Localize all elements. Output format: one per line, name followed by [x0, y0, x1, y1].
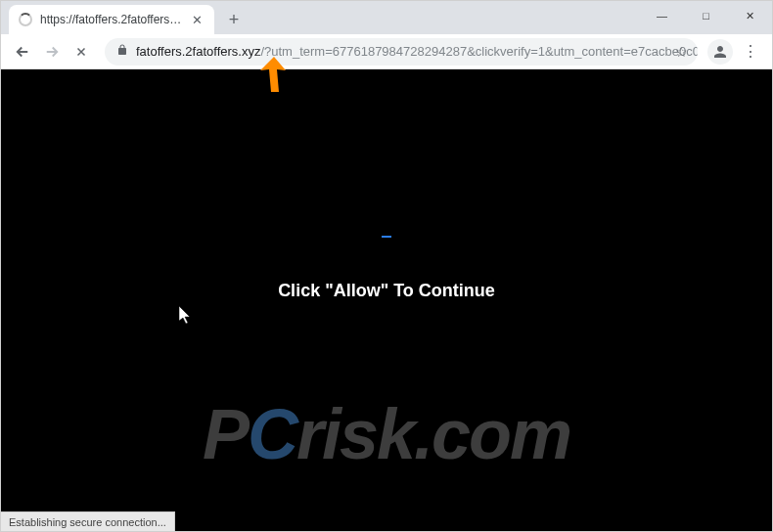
browser-tab[interactable]: https://fatoffers.2fatoffers.xyz/?u ✕ [9, 5, 214, 34]
watermark: PCrisk.com [203, 394, 570, 474]
menu-icon[interactable]: ⋮ [737, 38, 764, 66]
bookmark-star-icon[interactable]: ☆ [675, 44, 688, 60]
page-content: Click "Allow" To Continue Establishing s… [1, 69, 772, 531]
maximize-button[interactable]: □ [684, 1, 728, 30]
watermark-rest: risk.com [296, 395, 570, 473]
tab-close-button[interactable]: ✕ [189, 12, 205, 27]
loading-indicator-icon [382, 236, 391, 238]
watermark-p: P [203, 395, 248, 473]
stop-reload-button[interactable] [68, 38, 95, 66]
toolbar-right: ⋮ [707, 38, 764, 66]
url-domain: fatoffers.2fatoffers.xyz [136, 44, 260, 59]
status-text: Establishing secure connection... [9, 516, 166, 528]
close-window-button[interactable]: ✕ [728, 1, 772, 30]
watermark-c: C [248, 395, 296, 473]
toolbar: fatoffers.2fatoffers.xyz/?utm_term=67761… [1, 34, 772, 69]
new-tab-button[interactable]: + [220, 6, 248, 33]
cursor-icon [179, 306, 193, 326]
lock-icon [116, 44, 128, 59]
tab-title: https://fatoffers.2fatoffers.xyz/?u [40, 13, 183, 26]
window-controls: — □ ✕ [640, 1, 772, 30]
status-bar: Establishing secure connection... [1, 511, 175, 531]
address-bar[interactable]: fatoffers.2fatoffers.xyz/?utm_term=67761… [105, 38, 698, 66]
forward-button[interactable] [38, 38, 66, 66]
loading-spinner-icon [19, 13, 32, 26]
url-path: /?utm_term=6776187984728294287&clickveri… [260, 44, 698, 59]
minimize-button[interactable]: — [640, 1, 684, 30]
profile-icon[interactable] [707, 39, 733, 65]
titlebar: https://fatoffers.2fatoffers.xyz/?u ✕ + … [1, 1, 772, 34]
back-button[interactable] [9, 38, 36, 66]
browser-window: https://fatoffers.2fatoffers.xyz/?u ✕ + … [0, 0, 773, 532]
page-main-text: Click "Allow" To Continue [278, 281, 495, 301]
